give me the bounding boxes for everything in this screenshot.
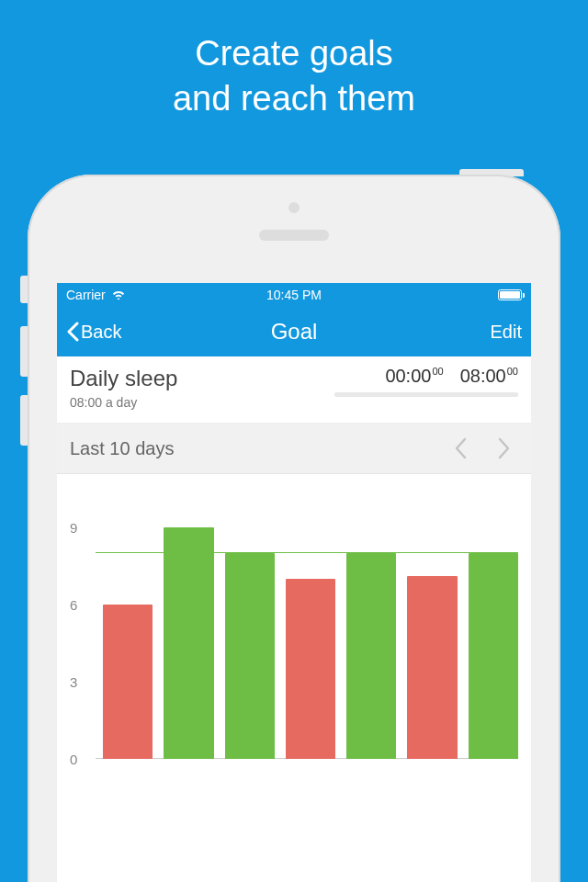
phone-camera (288, 202, 300, 213)
y-tick: 9 (70, 520, 77, 536)
bar (225, 553, 275, 759)
goal-line (96, 552, 518, 554)
y-tick: 0 (70, 752, 77, 767)
chevron-left-icon (66, 322, 79, 342)
time-target: 08:0000 (460, 366, 518, 387)
back-button[interactable]: Back (66, 322, 121, 343)
promo-line1: Create goals (0, 31, 588, 76)
phone-frame: Carrier 10:45 PM Back Goal Edit Daily sl… (28, 175, 560, 882)
chart: 0369 (57, 474, 531, 786)
goal-times: 00:0000 08:0000 (334, 366, 518, 397)
chevron-right-icon (497, 436, 512, 460)
clock-label: 10:45 PM (266, 288, 322, 302)
bar (469, 553, 518, 759)
bar (164, 527, 213, 759)
range-label: Last 10 days (70, 438, 174, 459)
goal-header: Daily sleep 08:00 a day 00:0000 08:0000 (57, 356, 531, 424)
bar (103, 605, 153, 759)
status-bar: Carrier 10:45 PM (57, 283, 531, 307)
phone-speaker (259, 230, 329, 241)
bar (407, 576, 457, 759)
range-next-button[interactable] (491, 435, 518, 462)
chevron-left-icon (453, 436, 468, 460)
wifi-icon (111, 288, 126, 302)
chart-bars (96, 502, 518, 759)
progress-bar (334, 392, 518, 397)
range-selector: Last 10 days (57, 424, 531, 474)
page-title: Goal (271, 319, 318, 345)
app-screen: Carrier 10:45 PM Back Goal Edit Daily sl… (57, 283, 531, 882)
promo-line2: and reach them (0, 76, 588, 121)
battery-icon (498, 289, 522, 300)
range-prev-button[interactable] (447, 435, 474, 462)
carrier-label: Carrier (66, 288, 106, 302)
bar (346, 553, 396, 759)
bar (286, 579, 335, 759)
goal-subtitle: 08:00 a day (70, 395, 177, 410)
nav-bar: Back Goal Edit (57, 307, 531, 356)
promo-title: Create goals and reach them (0, 0, 588, 122)
goal-name: Daily sleep (70, 366, 177, 391)
edit-button[interactable]: Edit (491, 322, 522, 343)
time-elapsed: 00:0000 (385, 366, 443, 387)
back-label: Back (81, 322, 121, 343)
y-tick: 6 (70, 597, 77, 613)
y-tick: 3 (70, 674, 77, 690)
